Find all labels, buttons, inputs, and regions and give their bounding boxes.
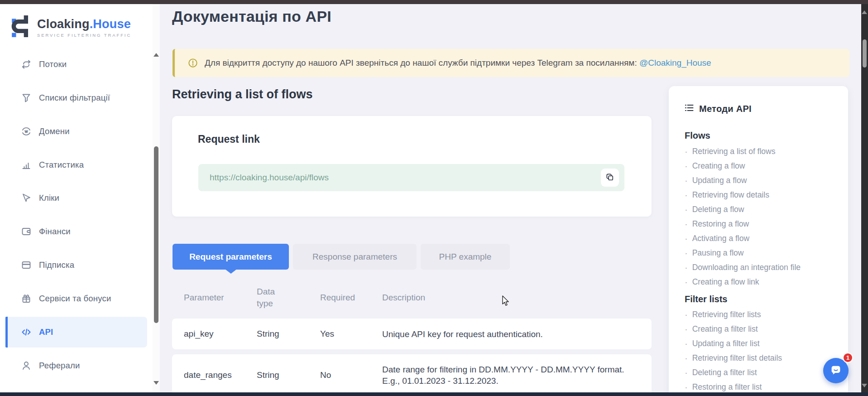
api-access-banner: Для відкриття доступу до нашого API звер…	[173, 49, 849, 77]
scroll-up-arrow-icon[interactable]	[862, 10, 867, 14]
bullet-icon: ·	[685, 309, 688, 320]
bullet-icon: ·	[685, 353, 688, 363]
methods-panel-title: Методи API	[699, 104, 752, 114]
table-row: date_ranges String No Date range for fil…	[172, 354, 652, 396]
wallet-icon	[21, 226, 32, 237]
sidebar-item-api[interactable]: API	[5, 317, 147, 348]
sidebar-item-finances[interactable]: Фінанси	[5, 216, 147, 247]
sidebar-item-label: Потоки	[39, 59, 67, 69]
bullet-icon: ·	[685, 204, 688, 215]
bullet-icon: ·	[685, 161, 688, 171]
request-link-card: Request link https://cloaking.house/api/…	[172, 116, 652, 217]
section-title: Retrieving a list of flows	[172, 87, 313, 101]
method-link[interactable]: ·Deleting a filter list	[685, 365, 757, 380]
page-scrollbar[interactable]	[861, 4, 868, 392]
bullet-icon: ·	[685, 248, 688, 258]
sidebar-item-label: Підписка	[39, 260, 74, 270]
telegram-link[interactable]: @Cloaking_House	[639, 58, 711, 68]
code-icon	[21, 327, 32, 338]
bullet-icon: ·	[685, 338, 688, 349]
brand-primary: Cloaking	[37, 17, 90, 31]
cell-parameter: date_ranges	[184, 370, 232, 380]
bar-chart-icon	[21, 159, 32, 170]
tab-response-parameters[interactable]: Response parameters	[293, 244, 417, 270]
method-link[interactable]: ·Retrieving filter lists	[685, 307, 761, 322]
tab-request-parameters[interactable]: Request parameters	[173, 244, 289, 270]
method-link[interactable]: ·Retrieving flow details	[685, 188, 769, 202]
user-icon	[21, 360, 32, 371]
cell-data-type: String	[257, 329, 279, 339]
parameter-tabs: Request parameters Response parameters P…	[173, 244, 510, 270]
sidebar-item-label: Домени	[39, 126, 70, 136]
request-url-field: https://cloaking.house/api/flows	[198, 164, 624, 191]
logo-tagline: SERVICE FILTERING TRAFFIC	[37, 33, 131, 38]
method-link[interactable]: ·Retrieving filter list details	[685, 351, 782, 365]
method-link[interactable]: ·Restoring a flow	[685, 217, 749, 231]
method-link[interactable]: ·Updating a flow	[685, 173, 747, 188]
sidebar-item-label: Фінанси	[39, 227, 71, 237]
brand-accent: .House	[90, 17, 131, 31]
sidebar-scrollbar[interactable]	[153, 4, 160, 392]
method-link[interactable]: ·Creating a flow	[685, 159, 745, 173]
copy-icon	[605, 173, 614, 183]
table-header: Parameter Data type Required Description	[172, 280, 652, 316]
tab-php-example[interactable]: PHP example	[421, 244, 510, 270]
method-link[interactable]: ·Deleting a flow	[685, 202, 744, 217]
page-scrollbar-thumb[interactable]	[863, 39, 867, 68]
scroll-down-arrow-icon[interactable]	[153, 381, 159, 385]
api-methods-panel: Методи API Flows ·Retrieving a list of f…	[669, 86, 848, 396]
method-link[interactable]: ·Activating a flow	[685, 231, 749, 246]
cell-required: Yes	[320, 329, 334, 339]
sidebar-item-label: Статистика	[39, 160, 84, 170]
column-header-description: Description	[382, 293, 425, 303]
method-link[interactable]: ·Downloading an integration file	[685, 260, 801, 275]
table-row: api_key String Yes Unique API key for re…	[172, 319, 652, 349]
cursor-icon	[21, 193, 32, 203]
sidebar-scrollbar-thumb[interactable]	[154, 146, 158, 323]
sidebar-item-label: Списки фільтрації	[39, 93, 110, 103]
bullet-icon: ·	[685, 175, 688, 186]
window-bottom-edge	[0, 392, 868, 396]
warning-icon	[188, 58, 198, 68]
sidebar-item-statistics[interactable]: Статистика	[5, 150, 147, 180]
method-group-flows: Flows	[685, 130, 710, 141]
bullet-icon: ·	[685, 146, 688, 157]
sidebar-item-subscription[interactable]: Підписка	[5, 250, 147, 280]
scroll-down-arrow-icon[interactable]	[862, 384, 867, 387]
sidebar-item-label: Сервіси та бонуси	[39, 294, 111, 304]
svg-text:w: w	[24, 129, 28, 134]
method-link[interactable]: ·Creating a filter list	[685, 322, 758, 336]
banner-text: Для відкриття доступу до нашого API звер…	[205, 58, 711, 68]
logo-text: Cloaking.House SERVICE FILTERING TRAFFIC	[37, 17, 131, 38]
chat-bubble-icon	[829, 363, 843, 378]
cell-description: Date range for filtering in DD.MM.YYYY -…	[382, 364, 638, 386]
copy-url-button[interactable]	[601, 169, 619, 187]
sidebar-item-referrals[interactable]: Реферали	[5, 350, 147, 381]
bullet-icon: ·	[685, 190, 688, 200]
scroll-up-arrow-icon[interactable]	[153, 53, 159, 57]
window-top-edge	[0, 0, 868, 4]
sidebar-item-label: Реферали	[39, 361, 80, 371]
bullet-icon: ·	[685, 219, 688, 229]
sidebar-item-services-bonuses[interactable]: Сервіси та бонуси	[5, 283, 147, 314]
sidebar-item-label: Кліки	[39, 193, 59, 203]
sidebar: Cloaking.House SERVICE FILTERING TRAFFIC…	[0, 4, 160, 392]
sidebar-item-filter-lists[interactable]: Списки фільтрації	[5, 82, 147, 113]
sidebar-item-domains[interactable]: w Домени	[5, 116, 147, 147]
method-link[interactable]: ·Retrieving a list of flows	[685, 144, 776, 159]
cell-parameter: api_key	[184, 329, 214, 339]
sidebar-item-clicks[interactable]: Кліки	[5, 183, 147, 213]
method-link[interactable]: ·Pausing a flow	[685, 246, 744, 260]
request-url-text: https://cloaking.house/api/flows	[210, 173, 329, 183]
method-link[interactable]: ·Creating a flow link	[685, 275, 759, 289]
method-link[interactable]: ·Updating a filter list	[685, 336, 760, 351]
chat-notification-badge: 1	[843, 353, 853, 363]
bullet-icon: ·	[685, 262, 688, 273]
sidebar-item-flows[interactable]: Потоки	[5, 49, 147, 80]
bullet-icon: ·	[685, 382, 688, 392]
column-header-parameter: Parameter	[184, 293, 224, 303]
logo[interactable]: Cloaking.House SERVICE FILTERING TRAFFIC	[11, 14, 131, 40]
sidebar-item-label: API	[39, 327, 53, 337]
mouse-cursor	[501, 295, 512, 309]
globe-icon: w	[21, 126, 32, 137]
